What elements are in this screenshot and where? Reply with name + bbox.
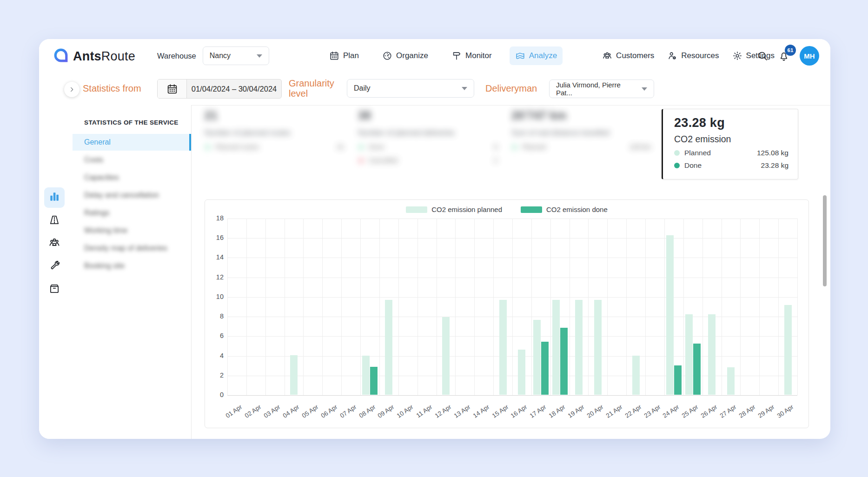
sidebar-item-ratings[interactable]: Ratings — [73, 205, 191, 221]
stat-legend-row: Done9 — [358, 143, 497, 151]
bar-done-18-apr[interactable] — [560, 328, 568, 395]
co2-row-label: Done — [684, 161, 702, 170]
sidebar-item-label: Delay and cancellation — [84, 191, 159, 199]
sidebar-item-capacities[interactable]: Capacities — [73, 169, 191, 186]
antsroute-logo[interactable]: AntsRoute — [53, 47, 135, 65]
rail-archive-button[interactable] — [44, 279, 65, 300]
bar-planned-09-apr[interactable] — [385, 300, 392, 395]
x-tick-16-apr: 16 Apr — [510, 403, 529, 419]
bar-planned-24-apr[interactable] — [666, 235, 674, 395]
bar-planned-19-apr[interactable] — [575, 300, 583, 395]
stat-title: Number of planned deliveries — [358, 129, 497, 137]
stat-legend-row: Planned routes21 — [205, 143, 344, 151]
stat-value: 21 — [205, 109, 344, 122]
sidebar-item-working-time[interactable]: Working time — [73, 222, 191, 239]
legend-dot — [358, 144, 364, 150]
gridline-x — [740, 219, 741, 395]
gridline-x — [702, 219, 703, 395]
collapse-sidebar-button[interactable] — [64, 82, 80, 97]
legend-swatch — [521, 206, 542, 213]
date-range-picker[interactable]: 01/04/2024 – 30/04/2024 — [157, 79, 282, 99]
bar-done-08-apr[interactable] — [370, 367, 378, 395]
gridline-x — [379, 219, 380, 395]
y-tick-0: 0 — [205, 391, 224, 398]
bar-planned-20-apr[interactable] — [594, 300, 602, 395]
x-tick-05-apr: 05 Apr — [301, 403, 320, 419]
statistics-menu: STATISTICS OF THE SERVICE GeneralCostsCa… — [73, 105, 192, 439]
x-tick-01-apr: 01 Apr — [225, 403, 244, 419]
rail-wrench-button[interactable] — [44, 256, 65, 277]
gridline-x — [455, 219, 456, 395]
nav-monitor[interactable]: Monitor — [446, 46, 497, 65]
nav-label: Plan — [343, 51, 359, 60]
warehouse-select[interactable]: Nancy — [203, 46, 269, 65]
rail-road-button[interactable] — [44, 211, 65, 231]
nav-analyze[interactable]: Analyze — [510, 46, 563, 65]
search-button[interactable] — [757, 50, 768, 61]
y-tick-10: 10 — [205, 293, 224, 300]
granularity-select[interactable]: Daily — [347, 79, 474, 98]
nav-plan[interactable]: Plan — [324, 46, 364, 65]
user-avatar[interactable]: MH — [800, 46, 819, 66]
bar-planned-08-apr[interactable] — [362, 356, 370, 395]
chevron-down-icon — [642, 87, 647, 91]
sidebar-item-general[interactable]: General — [73, 134, 191, 151]
sidebar-item-costs[interactable]: Costs — [73, 152, 191, 168]
bar-planned-12-apr[interactable] — [442, 317, 450, 395]
icon-rail — [39, 105, 73, 439]
bar-planned-25-apr[interactable] — [685, 314, 693, 395]
rail-team-button[interactable] — [44, 233, 65, 254]
nav-customers[interactable]: Customers — [601, 46, 655, 65]
bar-planned-26-apr[interactable] — [708, 314, 716, 395]
x-tick-20-apr: 20 Apr — [586, 403, 605, 419]
sidebar-item-density-map-of-deliveries[interactable]: Density map of deliveries — [73, 240, 191, 257]
bar-planned-04-apr[interactable] — [290, 355, 298, 395]
filter-bar: Statistics from 01/04/2024 – 30/04/2024 … — [39, 73, 830, 106]
deliveryman-label: Deliveryman — [485, 83, 537, 93]
gridline-x — [265, 219, 266, 395]
x-tick-13-apr: 13 Apr — [453, 403, 472, 419]
vertical-scrollbar[interactable] — [823, 195, 827, 286]
bar-done-24-apr[interactable] — [674, 365, 682, 395]
nav-label: Customers — [616, 51, 654, 60]
nav-tools: 61 MH — [757, 39, 819, 73]
sidebar-item-booking-site[interactable]: Booking site — [73, 258, 191, 274]
legend-label: Planned routes — [215, 143, 259, 151]
bar-planned-27-apr[interactable] — [727, 367, 735, 395]
x-tick-26-apr: 26 Apr — [700, 403, 719, 419]
deliveryman-select[interactable]: Julia Virmond, Pierre Pat... — [549, 80, 654, 98]
resources-icon — [667, 51, 677, 61]
co2-total-value: 23.28 kg — [674, 116, 788, 130]
stat-value: 38 — [358, 109, 497, 122]
gridline-x — [341, 219, 342, 395]
settings-icon — [732, 51, 742, 61]
sidebar-item-label: Capacities — [84, 173, 119, 182]
rail-bar-chart-button[interactable] — [44, 187, 65, 208]
bar-done-17-apr[interactable] — [541, 342, 549, 395]
gridline-x — [645, 219, 646, 395]
chart-plot-area — [227, 219, 797, 395]
co2-row-value: 125.08 kg — [757, 149, 788, 157]
notifications-button[interactable]: 61 — [778, 50, 789, 61]
legend-dot — [674, 150, 680, 156]
bar-planned-15-apr[interactable] — [499, 300, 507, 395]
legend-swatch — [406, 206, 427, 213]
bar-planned-18-apr[interactable] — [552, 300, 560, 395]
nav-resources[interactable]: Resources — [666, 46, 720, 65]
bar-done-25-apr[interactable] — [693, 344, 701, 395]
bar-planned-17-apr[interactable] — [533, 320, 541, 395]
bar-planned-30-apr[interactable] — [784, 305, 792, 395]
x-tick-28-apr: 28 Apr — [738, 403, 757, 419]
statistics-from-label: Statistics from — [83, 83, 141, 93]
gridline-x — [437, 219, 437, 395]
gridline-x — [607, 219, 608, 395]
nav-organize[interactable]: Organize — [377, 46, 434, 65]
bar-planned-16-apr[interactable] — [518, 350, 525, 395]
legend-label: Cancelled — [369, 157, 398, 164]
chart-legend: CO2 emission plannedCO2 emission done — [205, 205, 808, 213]
x-tick-09-apr: 09 Apr — [377, 403, 396, 419]
sidebar-item-delay-and-cancellation[interactable]: Delay and cancellation — [73, 187, 191, 204]
bar-planned-22-apr[interactable] — [632, 356, 640, 395]
gridline-x — [417, 219, 418, 395]
y-tick-6: 6 — [205, 332, 224, 339]
